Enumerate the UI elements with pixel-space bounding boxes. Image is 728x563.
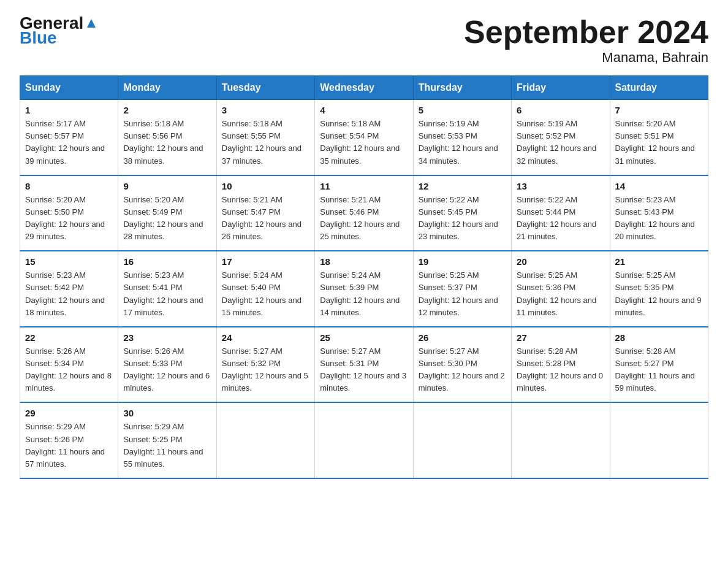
calendar-cell: 24Sunrise: 5:27 AMSunset: 5:32 PMDayligh… [216,327,314,403]
day-info: Sunrise: 5:19 AMSunset: 5:52 PMDaylight:… [517,118,604,167]
calendar-cell: 11Sunrise: 5:21 AMSunset: 5:46 PMDayligh… [315,175,413,251]
day-info: Sunrise: 5:22 AMSunset: 5:45 PMDaylight:… [419,194,506,243]
day-info: Sunrise: 5:28 AMSunset: 5:27 PMDaylight:… [615,345,703,395]
day-number: 28 [615,332,703,343]
day-number: 27 [517,332,604,343]
day-number: 29 [25,408,113,418]
col-header-sunday: Sunday [20,76,118,100]
day-number: 12 [419,181,506,191]
col-header-wednesday: Wednesday [315,76,413,100]
calendar-cell [315,402,413,478]
day-info: Sunrise: 5:23 AMSunset: 5:41 PMDaylight:… [123,269,211,319]
col-header-monday: Monday [118,76,216,100]
day-number: 5 [419,105,506,115]
day-info: Sunrise: 5:24 AMSunset: 5:39 PMDaylight:… [320,269,408,319]
calendar-cell [216,402,314,478]
day-info: Sunrise: 5:18 AMSunset: 5:54 PMDaylight:… [320,118,408,167]
calendar-cell [610,402,708,478]
day-info: Sunrise: 5:24 AMSunset: 5:40 PMDaylight:… [222,269,309,319]
calendar-cell: 13Sunrise: 5:22 AMSunset: 5:44 PMDayligh… [512,175,610,251]
calendar-cell: 23Sunrise: 5:26 AMSunset: 5:33 PMDayligh… [118,327,216,403]
day-number: 24 [222,332,309,343]
calendar-table: SundayMondayTuesdayWednesdayThursdayFrid… [20,75,708,479]
col-header-friday: Friday [512,76,610,100]
day-info: Sunrise: 5:26 AMSunset: 5:34 PMDaylight:… [25,345,113,395]
day-info: Sunrise: 5:25 AMSunset: 5:35 PMDaylight:… [615,269,703,319]
day-number: 13 [517,181,604,191]
calendar-title: September 2024 [464,15,708,50]
day-info: Sunrise: 5:25 AMSunset: 5:36 PMDaylight:… [517,269,604,319]
logo: General Blue [20,15,98,47]
col-header-saturday: Saturday [610,76,708,100]
day-info: Sunrise: 5:20 AMSunset: 5:51 PMDaylight:… [615,118,703,167]
day-number: 8 [25,181,113,191]
svg-marker-0 [87,19,96,28]
calendar-week-row: 29Sunrise: 5:29 AMSunset: 5:26 PMDayligh… [20,402,708,478]
day-number: 30 [123,408,211,418]
day-number: 3 [222,105,309,115]
calendar-cell: 28Sunrise: 5:28 AMSunset: 5:27 PMDayligh… [610,327,708,403]
calendar-cell: 17Sunrise: 5:24 AMSunset: 5:40 PMDayligh… [216,251,314,327]
day-number: 7 [615,105,703,115]
day-info: Sunrise: 5:20 AMSunset: 5:50 PMDaylight:… [25,194,113,243]
calendar-cell: 21Sunrise: 5:25 AMSunset: 5:35 PMDayligh… [610,251,708,327]
calendar-week-row: 8Sunrise: 5:20 AMSunset: 5:50 PMDaylight… [20,175,708,251]
calendar-header-row: SundayMondayTuesdayWednesdayThursdayFrid… [20,76,708,100]
col-header-thursday: Thursday [413,76,511,100]
day-info: Sunrise: 5:27 AMSunset: 5:30 PMDaylight:… [419,345,506,395]
day-number: 19 [419,256,506,267]
calendar-cell: 8Sunrise: 5:20 AMSunset: 5:50 PMDaylight… [20,175,118,251]
day-info: Sunrise: 5:29 AMSunset: 5:25 PMDaylight:… [123,421,211,470]
day-info: Sunrise: 5:17 AMSunset: 5:57 PMDaylight:… [25,118,113,167]
calendar-cell: 1Sunrise: 5:17 AMSunset: 5:57 PMDaylight… [20,100,118,175]
day-number: 15 [25,256,113,267]
logo-triangle-icon [85,17,98,30]
day-number: 6 [517,105,604,115]
calendar-cell: 14Sunrise: 5:23 AMSunset: 5:43 PMDayligh… [610,175,708,251]
calendar-cell: 18Sunrise: 5:24 AMSunset: 5:39 PMDayligh… [315,251,413,327]
day-number: 18 [320,256,408,267]
day-number: 25 [320,332,408,343]
day-info: Sunrise: 5:23 AMSunset: 5:42 PMDaylight:… [25,269,113,319]
calendar-cell: 16Sunrise: 5:23 AMSunset: 5:41 PMDayligh… [118,251,216,327]
day-number: 2 [123,105,211,115]
day-info: Sunrise: 5:26 AMSunset: 5:33 PMDaylight:… [123,345,211,395]
day-info: Sunrise: 5:18 AMSunset: 5:56 PMDaylight:… [123,118,211,167]
day-number: 20 [517,256,604,267]
calendar-week-row: 15Sunrise: 5:23 AMSunset: 5:42 PMDayligh… [20,251,708,327]
calendar-cell: 27Sunrise: 5:28 AMSunset: 5:28 PMDayligh… [512,327,610,403]
day-number: 16 [123,256,211,267]
title-block: September 2024 Manama, Bahrain [464,15,708,66]
calendar-cell: 30Sunrise: 5:29 AMSunset: 5:25 PMDayligh… [118,402,216,478]
day-info: Sunrise: 5:27 AMSunset: 5:32 PMDaylight:… [222,345,309,395]
calendar-cell: 4Sunrise: 5:18 AMSunset: 5:54 PMDaylight… [315,100,413,175]
day-number: 14 [615,181,703,191]
day-number: 26 [419,332,506,343]
day-info: Sunrise: 5:25 AMSunset: 5:37 PMDaylight:… [419,269,506,319]
calendar-cell [413,402,511,478]
day-info: Sunrise: 5:21 AMSunset: 5:46 PMDaylight:… [320,194,408,243]
calendar-cell: 22Sunrise: 5:26 AMSunset: 5:34 PMDayligh… [20,327,118,403]
day-number: 10 [222,181,309,191]
calendar-week-row: 1Sunrise: 5:17 AMSunset: 5:57 PMDaylight… [20,100,708,175]
day-number: 22 [25,332,113,343]
day-number: 23 [123,332,211,343]
day-info: Sunrise: 5:29 AMSunset: 5:26 PMDaylight:… [25,421,113,470]
day-info: Sunrise: 5:21 AMSunset: 5:47 PMDaylight:… [222,194,309,243]
day-info: Sunrise: 5:28 AMSunset: 5:28 PMDaylight:… [517,345,604,395]
calendar-cell: 3Sunrise: 5:18 AMSunset: 5:55 PMDaylight… [216,100,314,175]
day-number: 11 [320,181,408,191]
col-header-tuesday: Tuesday [216,76,314,100]
page-header: General Blue September 2024 Manama, Bahr… [20,15,708,66]
day-info: Sunrise: 5:23 AMSunset: 5:43 PMDaylight:… [615,194,703,243]
calendar-subtitle: Manama, Bahrain [464,50,708,66]
calendar-cell: 7Sunrise: 5:20 AMSunset: 5:51 PMDaylight… [610,100,708,175]
calendar-cell: 29Sunrise: 5:29 AMSunset: 5:26 PMDayligh… [20,402,118,478]
day-info: Sunrise: 5:20 AMSunset: 5:49 PMDaylight:… [123,194,211,243]
calendar-cell: 12Sunrise: 5:22 AMSunset: 5:45 PMDayligh… [413,175,511,251]
calendar-cell: 6Sunrise: 5:19 AMSunset: 5:52 PMDaylight… [512,100,610,175]
day-info: Sunrise: 5:22 AMSunset: 5:44 PMDaylight:… [517,194,604,243]
day-number: 9 [123,181,211,191]
calendar-cell [512,402,610,478]
day-info: Sunrise: 5:27 AMSunset: 5:31 PMDaylight:… [320,345,408,395]
